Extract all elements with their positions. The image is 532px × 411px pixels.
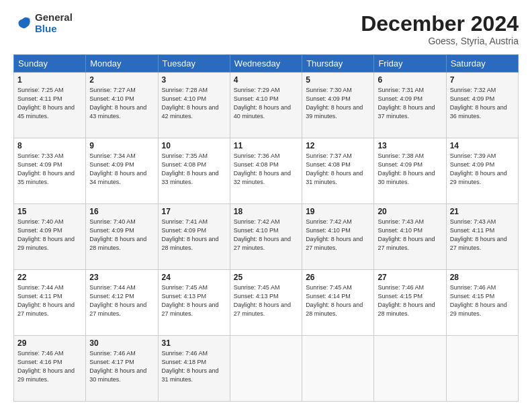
day-info: Sunrise: 7:39 AMSunset: 4:09 PMDaylight:… <box>450 152 507 185</box>
table-row: 23 Sunrise: 7:44 AMSunset: 4:12 PMDaylig… <box>86 270 158 336</box>
day-number: 4 <box>234 75 298 85</box>
day-number: 22 <box>17 273 82 282</box>
table-row: 10 Sunrise: 7:35 AMSunset: 4:08 PMDaylig… <box>158 138 230 204</box>
day-number: 24 <box>162 273 226 282</box>
day-number: 5 <box>306 75 370 85</box>
table-row: 26 Sunrise: 7:45 AMSunset: 4:14 PMDaylig… <box>302 270 374 336</box>
day-number: 18 <box>234 207 298 216</box>
logo-text: General Blue <box>35 12 73 34</box>
day-number: 7 <box>450 75 515 85</box>
table-row: 17 Sunrise: 7:41 AMSunset: 4:09 PMDaylig… <box>158 204 230 270</box>
calendar-week-row: 1 Sunrise: 7:25 AMSunset: 4:11 PMDayligh… <box>14 73 519 138</box>
table-row: 20 Sunrise: 7:43 AMSunset: 4:10 PMDaylig… <box>374 204 446 270</box>
day-number: 25 <box>234 273 298 282</box>
day-info: Sunrise: 7:35 AMSunset: 4:08 PMDaylight:… <box>162 152 219 185</box>
day-info: Sunrise: 7:45 AMSunset: 4:13 PMDaylight:… <box>234 284 291 317</box>
day-number: 26 <box>306 273 370 282</box>
header-friday: Friday <box>374 55 446 73</box>
table-row: 7 Sunrise: 7:32 AMSunset: 4:09 PMDayligh… <box>446 73 518 138</box>
header-saturday: Saturday <box>446 55 518 73</box>
day-info: Sunrise: 7:46 AMSunset: 4:17 PMDaylight:… <box>89 350 146 383</box>
day-number: 20 <box>378 207 442 216</box>
day-number: 23 <box>89 273 154 282</box>
header-sunday: Sunday <box>14 55 86 73</box>
month-title: December 2024 <box>361 12 519 36</box>
table-row: 13 Sunrise: 7:38 AMSunset: 4:09 PMDaylig… <box>374 138 446 204</box>
day-number: 30 <box>89 338 154 348</box>
day-number: 14 <box>450 141 515 150</box>
day-info: Sunrise: 7:38 AMSunset: 4:09 PMDaylight:… <box>378 152 435 185</box>
day-info: Sunrise: 7:40 AMSunset: 4:09 PMDaylight:… <box>89 218 146 251</box>
header: General Blue December 2024 Goess, Styria… <box>13 12 519 46</box>
day-number: 1 <box>17 75 82 85</box>
table-row <box>302 336 374 402</box>
day-number: 19 <box>306 207 370 216</box>
logo-icon <box>13 14 32 33</box>
table-row: 12 Sunrise: 7:37 AMSunset: 4:08 PMDaylig… <box>302 138 374 204</box>
day-number: 15 <box>17 207 82 216</box>
day-number: 3 <box>162 75 226 85</box>
day-info: Sunrise: 7:46 AMSunset: 4:18 PMDaylight:… <box>162 350 219 383</box>
day-info: Sunrise: 7:34 AMSunset: 4:09 PMDaylight:… <box>89 152 146 185</box>
day-info: Sunrise: 7:37 AMSunset: 4:08 PMDaylight:… <box>306 152 363 185</box>
table-row: 18 Sunrise: 7:42 AMSunset: 4:10 PMDaylig… <box>230 204 302 270</box>
day-info: Sunrise: 7:30 AMSunset: 4:09 PMDaylight:… <box>306 87 363 120</box>
day-info: Sunrise: 7:25 AMSunset: 4:11 PMDaylight:… <box>17 87 75 120</box>
day-info: Sunrise: 7:46 AMSunset: 4:15 PMDaylight:… <box>450 284 507 317</box>
day-info: Sunrise: 7:32 AMSunset: 4:09 PMDaylight:… <box>450 87 507 120</box>
table-row: 14 Sunrise: 7:39 AMSunset: 4:09 PMDaylig… <box>446 138 518 204</box>
header-tuesday: Tuesday <box>158 55 230 73</box>
day-number: 16 <box>89 207 154 216</box>
day-info: Sunrise: 7:42 AMSunset: 4:10 PMDaylight:… <box>306 218 363 251</box>
table-row <box>446 336 518 402</box>
day-info: Sunrise: 7:45 AMSunset: 4:13 PMDaylight:… <box>162 284 219 317</box>
table-row: 25 Sunrise: 7:45 AMSunset: 4:13 PMDaylig… <box>230 270 302 336</box>
day-number: 11 <box>234 141 298 150</box>
logo: General Blue <box>13 12 73 34</box>
table-row: 19 Sunrise: 7:42 AMSunset: 4:10 PMDaylig… <box>302 204 374 270</box>
page: General Blue December 2024 Goess, Styria… <box>0 0 532 411</box>
day-number: 2 <box>89 75 154 85</box>
day-info: Sunrise: 7:33 AMSunset: 4:09 PMDaylight:… <box>17 152 75 185</box>
table-row: 22 Sunrise: 7:44 AMSunset: 4:11 PMDaylig… <box>14 270 86 336</box>
day-info: Sunrise: 7:40 AMSunset: 4:09 PMDaylight:… <box>17 218 75 251</box>
logo-general: General <box>35 12 73 24</box>
day-number: 8 <box>17 141 82 150</box>
table-row: 6 Sunrise: 7:31 AMSunset: 4:09 PMDayligh… <box>374 73 446 138</box>
calendar-week-row: 8 Sunrise: 7:33 AMSunset: 4:09 PMDayligh… <box>14 138 519 204</box>
day-info: Sunrise: 7:44 AMSunset: 4:12 PMDaylight:… <box>89 284 146 317</box>
day-info: Sunrise: 7:46 AMSunset: 4:15 PMDaylight:… <box>378 284 435 317</box>
day-number: 10 <box>162 141 226 150</box>
table-row: 21 Sunrise: 7:43 AMSunset: 4:11 PMDaylig… <box>446 204 518 270</box>
day-number: 13 <box>378 141 442 150</box>
day-info: Sunrise: 7:43 AMSunset: 4:11 PMDaylight:… <box>450 218 507 251</box>
day-number: 28 <box>450 273 515 282</box>
table-row: 9 Sunrise: 7:34 AMSunset: 4:09 PMDayligh… <box>86 138 158 204</box>
day-info: Sunrise: 7:45 AMSunset: 4:14 PMDaylight:… <box>306 284 363 317</box>
day-number: 29 <box>17 338 82 348</box>
table-row: 15 Sunrise: 7:40 AMSunset: 4:09 PMDaylig… <box>14 204 86 270</box>
day-info: Sunrise: 7:31 AMSunset: 4:09 PMDaylight:… <box>378 87 435 120</box>
day-info: Sunrise: 7:44 AMSunset: 4:11 PMDaylight:… <box>17 284 75 317</box>
weekday-header-row: Sunday Monday Tuesday Wednesday Thursday… <box>14 55 519 73</box>
table-row: 11 Sunrise: 7:36 AMSunset: 4:08 PMDaylig… <box>230 138 302 204</box>
table-row: 2 Sunrise: 7:27 AMSunset: 4:10 PMDayligh… <box>86 73 158 138</box>
table-row: 29 Sunrise: 7:46 AMSunset: 4:16 PMDaylig… <box>14 336 86 402</box>
table-row: 27 Sunrise: 7:46 AMSunset: 4:15 PMDaylig… <box>374 270 446 336</box>
calendar-week-row: 22 Sunrise: 7:44 AMSunset: 4:11 PMDaylig… <box>14 270 519 336</box>
table-row: 31 Sunrise: 7:46 AMSunset: 4:18 PMDaylig… <box>158 336 230 402</box>
day-info: Sunrise: 7:41 AMSunset: 4:09 PMDaylight:… <box>162 218 219 251</box>
day-info: Sunrise: 7:29 AMSunset: 4:10 PMDaylight:… <box>234 87 291 120</box>
table-row: 5 Sunrise: 7:30 AMSunset: 4:09 PMDayligh… <box>302 73 374 138</box>
day-info: Sunrise: 7:27 AMSunset: 4:10 PMDaylight:… <box>89 87 146 120</box>
table-row: 3 Sunrise: 7:28 AMSunset: 4:10 PMDayligh… <box>158 73 230 138</box>
table-row: 1 Sunrise: 7:25 AMSunset: 4:11 PMDayligh… <box>14 73 86 138</box>
day-number: 21 <box>450 207 515 216</box>
location: Goess, Styria, Austria <box>361 36 519 46</box>
header-monday: Monday <box>86 55 158 73</box>
table-row <box>230 336 302 402</box>
calendar: Sunday Monday Tuesday Wednesday Thursday… <box>13 54 519 402</box>
table-row: 30 Sunrise: 7:46 AMSunset: 4:17 PMDaylig… <box>86 336 158 402</box>
logo-blue: Blue <box>35 24 73 35</box>
day-info: Sunrise: 7:28 AMSunset: 4:10 PMDaylight:… <box>162 87 219 120</box>
